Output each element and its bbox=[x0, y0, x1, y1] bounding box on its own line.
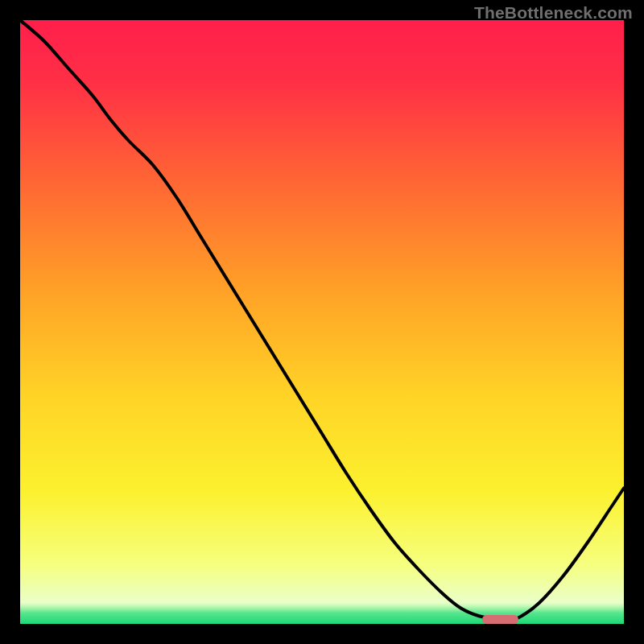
data-curve bbox=[20, 20, 624, 624]
plot-area bbox=[20, 20, 624, 624]
optimal-marker bbox=[482, 615, 518, 624]
chart-stage: TheBottleneck.com bbox=[0, 0, 644, 644]
